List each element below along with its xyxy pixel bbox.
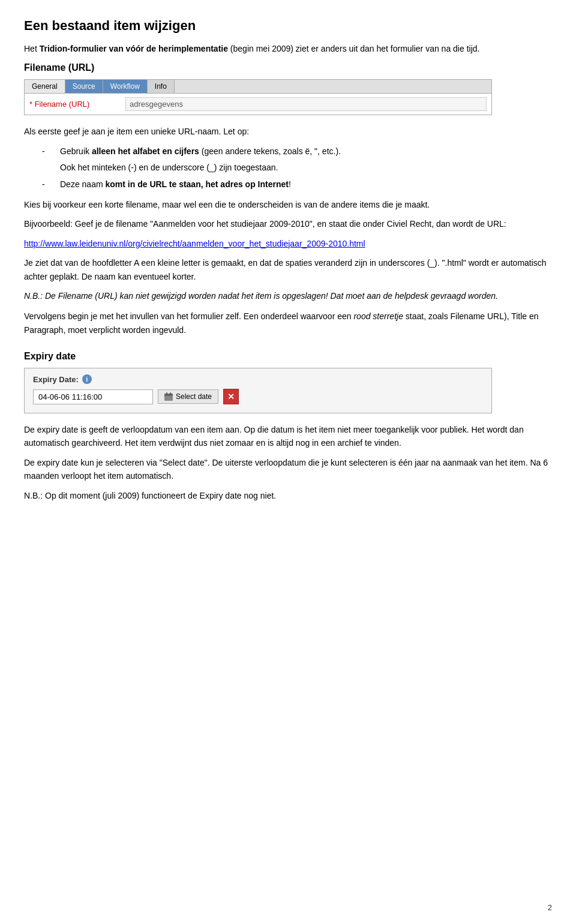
para-uitleg: Je ziet dat van de hoofdletter A een kle… xyxy=(24,256,552,283)
text-let-op: Als eerste geef je aan je item een uniek… xyxy=(24,125,552,138)
cal-pin-right xyxy=(170,392,171,395)
form-label: * Filename (URL) xyxy=(29,100,125,109)
expiry-section: Expiry date Expiry Date: i Select date xyxy=(24,351,552,502)
list-content-1: Gebruik alleen het alfabet en cijfers (g… xyxy=(60,145,552,158)
expiry-nb: N.B.: Op dit moment (juli 2009) function… xyxy=(24,489,552,502)
url-link[interactable]: http://www.law.leidenuniv.nl/org/civielr… xyxy=(24,239,365,248)
para-invullen: Vervolgens begin je met het invullen van… xyxy=(24,310,552,337)
para-voorkeur: Kies bij voorkeur een korte filename, ma… xyxy=(24,198,552,211)
cal-pin-left xyxy=(166,392,167,395)
select-date-label: Select date xyxy=(176,392,212,401)
select-date-button[interactable]: Select date xyxy=(158,389,218,404)
page-title: Een bestaand item wijzigen xyxy=(24,18,552,34)
nb-text: N.B.: De Filename (URL) kan niet gewijzi… xyxy=(24,291,498,301)
expiry-body: De expiry date is geeft de verloopdatum … xyxy=(24,423,552,502)
calendar-svg xyxy=(164,392,173,401)
list-item-3: - Deze naam komt in de URL te staan, het… xyxy=(42,178,552,191)
para-voorbeeld: Bijvoorbeeld: Geef je de filename "Aanme… xyxy=(24,217,552,230)
list-dash-1: - xyxy=(42,145,60,158)
expiry-form-mock: Expiry Date: i Select date ✕ xyxy=(24,368,492,413)
info-icon[interactable]: i xyxy=(82,374,92,384)
filename-instructions: Als eerste geef je aan je item een uniek… xyxy=(24,125,552,191)
bold-url: komt in de URL te staan, het adres op In… xyxy=(105,179,288,189)
tab-info[interactable]: Info xyxy=(148,80,175,93)
expiry-para1: De expiry date is geeft de verloopdatum … xyxy=(24,423,552,450)
delete-button[interactable]: ✕ xyxy=(223,389,239,404)
body-paragraphs: Kies bij voorkeur een korte filename, ma… xyxy=(24,198,552,302)
list-dash-3: - xyxy=(42,178,60,191)
x-icon: ✕ xyxy=(227,392,235,401)
list-content-3: Deze naam komt in de URL te staan, het a… xyxy=(60,178,552,191)
para-formulier: Vervolgens begin je met het invullen van… xyxy=(24,310,552,337)
list-item-1: - Gebruik alleen het alfabet en cijfers … xyxy=(42,145,552,158)
expiry-label: Expiry Date: xyxy=(33,375,79,384)
para-nb: N.B.: De Filename (URL) kan niet gewijzi… xyxy=(24,289,552,302)
bold-text: Tridion-formulier van vóór de herimpleme… xyxy=(40,44,228,53)
bold-alfabet: alleen het alfabet en cijfers xyxy=(92,146,199,156)
list-content-2: Ook het minteken (-) en de underscore (_… xyxy=(60,161,552,174)
expiry-label-row: Expiry Date: i xyxy=(33,374,483,384)
italic-rood: rood sterretje xyxy=(353,311,403,321)
expiry-input[interactable] xyxy=(33,389,153,404)
expiry-para2: De expiry date kun je selecteren via "Se… xyxy=(24,456,552,483)
tab-source[interactable]: Source xyxy=(65,80,103,93)
tab-general[interactable]: General xyxy=(25,80,65,93)
calendar-icon xyxy=(164,392,173,401)
form-row: * Filename (URL) adresgegevens xyxy=(25,94,491,115)
expiry-input-row: Select date ✕ xyxy=(33,389,483,404)
para-link[interactable]: http://www.law.leidenuniv.nl/org/civielr… xyxy=(24,237,552,250)
list-item-2: Ook het minteken (-) en de underscore (_… xyxy=(60,161,552,174)
expiry-heading: Expiry date xyxy=(24,351,552,362)
form-mock: General Source Workflow Info * Filename … xyxy=(24,79,492,115)
intro-paragraph: Het Tridion-formulier van vóór de herimp… xyxy=(24,42,552,55)
tabs-row: General Source Workflow Info xyxy=(25,80,491,94)
tab-workflow[interactable]: Workflow xyxy=(103,80,148,93)
form-value: adresgegevens xyxy=(125,97,487,111)
calendar-header xyxy=(164,394,173,396)
filename-section-heading: Filename (URL) xyxy=(24,62,552,73)
